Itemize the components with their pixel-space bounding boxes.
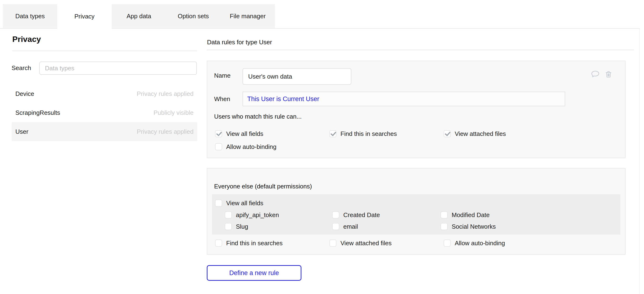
checkbox-box[interactable] — [444, 130, 451, 137]
data-type-status: Privacy rules applied — [137, 128, 194, 135]
search-label: Search — [12, 64, 31, 72]
checkbox-find-in-searches-default[interactable]: Find this in searches — [215, 238, 282, 248]
checkbox-field-apify-api-token[interactable]: apify_api_token — [225, 210, 279, 220]
checkbox-label: Social Networks — [452, 223, 496, 230]
checkbox-field-slug[interactable]: Slug — [225, 222, 248, 231]
checkbox-box[interactable] — [215, 130, 222, 137]
checkbox-label: Find this in searches — [226, 239, 282, 247]
data-type-name: ScrapingResults — [16, 109, 60, 116]
rule-card: Name When This User is Current User User… — [207, 61, 626, 158]
search-input[interactable] — [39, 62, 197, 75]
list-item-user[interactable]: User Privacy rules applied — [12, 122, 197, 141]
main-divider — [207, 50, 634, 50]
checkbox-box[interactable] — [332, 211, 339, 218]
content-right-border — [639, 28, 640, 294]
default-permissions-card: Everyone else (default permissions) View… — [207, 168, 626, 255]
checkbox-find-in-searches[interactable]: Find this in searches — [329, 129, 397, 138]
tab-data-types[interactable]: Data types — [3, 4, 57, 28]
checkbox-label: email — [343, 223, 358, 230]
checkbox-view-attached-files[interactable]: View attached files — [444, 129, 506, 138]
tab-bar: Data types Privacy App data Option sets … — [3, 4, 275, 29]
main-panel-heading: Data rules for type User — [207, 39, 272, 46]
checkbox-view-all-fields-default[interactable]: View all fields — [215, 198, 263, 208]
checkbox-allow-auto-binding[interactable]: Allow auto-binding — [215, 142, 276, 151]
rule-card-actions — [590, 70, 613, 79]
checkbox-view-all-fields[interactable]: View all fields — [215, 129, 263, 138]
checkbox-label: View attached files — [340, 239, 392, 247]
checkbox-label: View all fields — [226, 130, 263, 138]
when-label: When — [214, 94, 230, 104]
checkbox-box[interactable] — [329, 130, 336, 137]
privacy-settings-page: Data types Privacy App data Option sets … — [0, 0, 644, 294]
checkbox-label: Allow auto-binding — [455, 239, 505, 247]
tab-file-manager[interactable]: File manager — [220, 4, 275, 28]
define-new-rule-button[interactable]: Define a new rule — [207, 265, 302, 281]
checkbox-box[interactable] — [215, 200, 222, 207]
checkbox-box[interactable] — [329, 239, 336, 247]
checkbox-label: Find this in searches — [340, 130, 397, 138]
checkbox-box[interactable] — [215, 239, 222, 247]
checkbox-label: View all fields — [226, 200, 263, 207]
checkbox-box[interactable] — [225, 223, 232, 230]
checkbox-box[interactable] — [215, 143, 222, 150]
when-condition-link[interactable]: This User is Current User — [247, 95, 320, 103]
tab-privacy[interactable]: Privacy — [57, 4, 112, 29]
comment-icon[interactable] — [590, 70, 600, 79]
data-type-status: Publicly visible — [154, 109, 194, 116]
checkbox-field-modified-date[interactable]: Modified Date — [440, 210, 490, 220]
name-label: Name — [214, 71, 230, 80]
data-type-status: Privacy rules applied — [137, 90, 194, 98]
checkbox-box[interactable] — [444, 239, 451, 247]
when-condition-box[interactable]: This User is Current User — [242, 92, 565, 106]
checkbox-label: View attached files — [455, 130, 506, 138]
permissions-intro: Users who match this rule can... — [214, 112, 302, 121]
checkbox-label: apify_api_token — [236, 211, 279, 219]
trash-icon[interactable] — [604, 70, 613, 79]
checkbox-field-email[interactable]: email — [332, 222, 358, 231]
checkbox-label: Allow auto-binding — [226, 143, 276, 151]
checkbox-allow-auto-binding-default[interactable]: Allow auto-binding — [444, 238, 505, 248]
checkbox-box[interactable] — [225, 211, 232, 218]
checkbox-label: Created Date — [343, 211, 380, 219]
checkbox-label: Modified Date — [452, 211, 490, 219]
sidebar-divider — [12, 51, 197, 51]
checkbox-view-attached-files-default[interactable]: View attached files — [329, 238, 392, 248]
list-item-device[interactable]: Device Privacy rules applied — [12, 84, 197, 103]
checkbox-label: Slug — [236, 223, 248, 230]
checkbox-field-created-date[interactable]: Created Date — [332, 210, 380, 220]
checkbox-box[interactable] — [332, 223, 339, 230]
rule-name-input[interactable] — [242, 68, 351, 85]
data-type-list: Device Privacy rules applied ScrapingRes… — [12, 84, 197, 141]
tab-app-data[interactable]: App data — [112, 4, 166, 28]
data-type-name: Device — [16, 90, 34, 98]
default-permissions-title: Everyone else (default permissions) — [214, 182, 312, 191]
checkbox-box[interactable] — [440, 223, 448, 230]
checkbox-box[interactable] — [440, 211, 448, 218]
checkbox-field-social-networks[interactable]: Social Networks — [440, 222, 496, 231]
list-item-scrapingresults[interactable]: ScrapingResults Publicly visible — [12, 103, 197, 122]
data-type-name: User — [16, 128, 28, 135]
tab-option-sets[interactable]: Option sets — [166, 4, 220, 28]
page-title: Privacy — [12, 35, 41, 44]
